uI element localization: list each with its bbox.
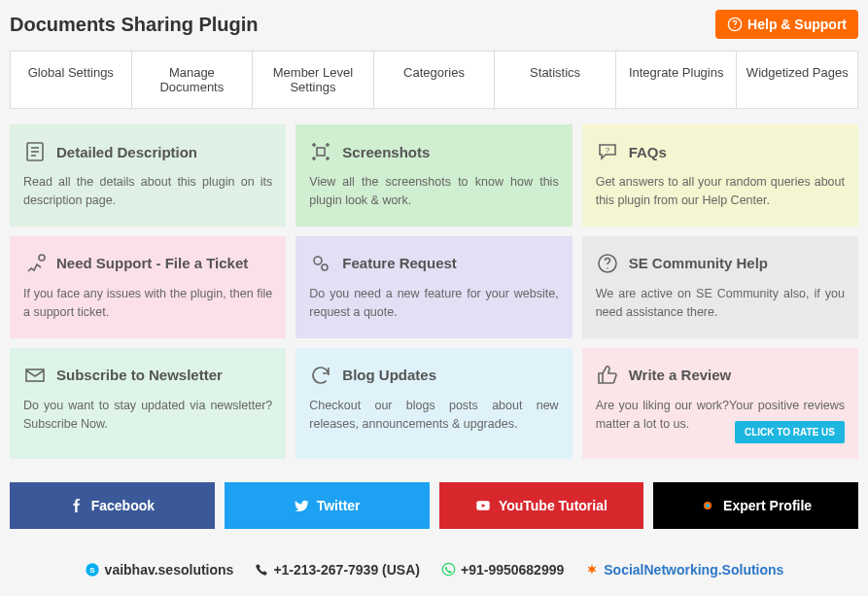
help-support-label: Help & Support	[747, 17, 847, 32]
card-write-review[interactable]: Write a Review Are you liking our work?Y…	[582, 348, 858, 459]
youtube-label: YouTube Tutorial	[499, 498, 608, 513]
card-desc: Read all the details about this plugin o…	[23, 173, 272, 211]
gears-icon	[309, 252, 332, 275]
card-file-ticket[interactable]: Need Support - File a Ticket If you face…	[10, 236, 286, 338]
social-buttons: Facebook Twitter YouTube Tutorial Expert…	[10, 482, 858, 529]
tab-global-settings[interactable]: Global Settings	[11, 52, 132, 108]
site-icon	[585, 563, 599, 577]
phone-us-contact[interactable]: +1-213-267-7939 (USA)	[255, 562, 420, 578]
svg-point-12	[607, 267, 608, 269]
expert-label: Expert Profile	[723, 498, 812, 513]
card-desc: Do you want to stay updated via newslett…	[23, 397, 272, 435]
ticket-icon	[23, 252, 47, 275]
svg-rect-13	[26, 369, 44, 381]
website-link[interactable]: SocialNetworking.Solutions	[585, 562, 783, 578]
card-desc: We are active on SE Community also, if y…	[596, 285, 845, 323]
card-title: Blog Updates	[342, 367, 436, 383]
card-title: SE Community Help	[629, 255, 768, 271]
card-desc: Get answers to all your random queries a…	[596, 173, 845, 211]
question-circle-icon	[596, 252, 619, 275]
tab-manage-documents[interactable]: Manage Documents	[132, 52, 254, 108]
facebook-icon	[70, 499, 84, 512]
card-desc: If you face any issues with the plugin, …	[23, 285, 272, 323]
card-feature-request[interactable]: Feature Request Do you need a new featur…	[295, 236, 572, 338]
card-desc: Checkout our blogs posts about new relea…	[309, 397, 558, 435]
facebook-label: Facebook	[91, 498, 155, 513]
expert-icon	[700, 498, 715, 513]
tab-integrate-plugins[interactable]: Integrate Plugins	[616, 52, 738, 108]
card-se-community[interactable]: SE Community Help We are active on SE Co…	[582, 236, 858, 338]
card-newsletter[interactable]: Subscribe to Newsletter Do you want to s…	[10, 348, 286, 459]
tab-member-level-settings[interactable]: Member Level Settings	[253, 52, 374, 108]
card-desc: Do you need a new feature for your websi…	[309, 285, 558, 323]
skype-icon: S	[85, 562, 100, 578]
help-icon	[727, 17, 743, 32]
svg-point-8	[39, 255, 45, 261]
website-text: SocialNetworking.Solutions	[604, 562, 783, 578]
svg-point-16	[706, 504, 710, 508]
youtube-button[interactable]: YouTube Tutorial	[439, 482, 644, 529]
twitter-button[interactable]: Twitter	[225, 482, 430, 529]
svg-point-9	[314, 257, 322, 264]
skype-contact[interactable]: S vaibhav.sesolutions	[85, 562, 234, 578]
skype-text: vaibhav.sesolutions	[105, 562, 234, 578]
tab-statistics[interactable]: Statistics	[495, 52, 616, 108]
help-support-button[interactable]: Help & Support	[715, 10, 858, 39]
contact-footer: S vaibhav.sesolutions +1-213-267-7939 (U…	[10, 552, 858, 587]
twitter-label: Twitter	[317, 498, 361, 513]
card-title: Subscribe to Newsletter	[56, 367, 223, 383]
tab-widgetized-pages[interactable]: Widgetized Pages	[737, 52, 857, 108]
rate-us-button[interactable]: CLICK TO RATE US	[735, 421, 845, 443]
envelope-icon	[23, 364, 47, 387]
svg-rect-6	[317, 148, 325, 156]
admin-tabs: Global Settings Manage Documents Member …	[10, 51, 858, 109]
youtube-icon	[475, 498, 491, 513]
chat-question-icon: ?	[596, 140, 619, 163]
refresh-icon	[309, 364, 332, 387]
svg-point-19	[442, 564, 455, 577]
info-card-grid: Detailed Description Read all the detail…	[10, 124, 858, 459]
card-desc: View all the screenshots to know how thi…	[309, 173, 558, 211]
page-title: Documents Sharing Plugin	[10, 14, 259, 36]
thumbs-up-icon	[596, 364, 619, 387]
svg-point-10	[322, 264, 328, 270]
twitter-icon	[294, 498, 309, 513]
whatsapp-text: +91-9950682999	[461, 562, 564, 578]
card-title: Need Support - File a Ticket	[56, 255, 248, 271]
expert-profile-button[interactable]: Expert Profile	[653, 482, 858, 529]
document-icon	[23, 140, 47, 163]
crop-icon	[309, 140, 332, 163]
phone-icon	[255, 563, 268, 577]
card-title: FAQs	[629, 144, 667, 160]
card-desc: Are you liking our work?Your positive re…	[596, 397, 845, 435]
facebook-button[interactable]: Facebook	[10, 482, 215, 529]
card-detailed-description[interactable]: Detailed Description Read all the detail…	[10, 124, 286, 227]
svg-point-1	[734, 27, 735, 28]
card-blog-updates[interactable]: Blog Updates Checkout our blogs posts ab…	[295, 348, 572, 459]
svg-text:S: S	[89, 566, 95, 575]
card-screenshots[interactable]: Screenshots View all the screenshots to …	[295, 124, 572, 227]
whatsapp-contact[interactable]: +91-9950682999	[441, 562, 564, 578]
card-title: Screenshots	[342, 144, 430, 160]
card-title: Feature Request	[342, 255, 457, 271]
tab-categories[interactable]: Categories	[374, 52, 496, 108]
svg-text:?: ?	[605, 146, 609, 155]
phone-us-text: +1-213-267-7939 (USA)	[273, 562, 420, 578]
card-title: Write a Review	[629, 367, 732, 383]
card-faqs[interactable]: ? FAQs Get answers to all your random qu…	[582, 124, 858, 227]
whatsapp-icon	[441, 562, 456, 577]
card-title: Detailed Description	[56, 144, 197, 160]
